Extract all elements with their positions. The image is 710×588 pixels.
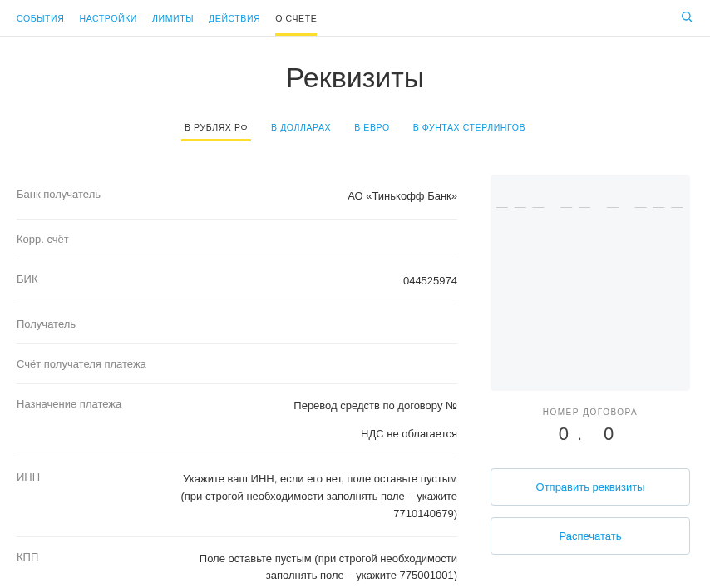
currency-tab-rub[interactable]: В РУБЛЯХ РФ xyxy=(181,114,251,141)
svg-line-1 xyxy=(689,19,692,22)
row-payment-purpose: Назначение платежа Перевод средств по до… xyxy=(17,384,457,458)
top-nav: СОБЫТИЯ НАСТРОЙКИ ЛИМИТЫ ДЕЙСТВИЯ О СЧЕТ… xyxy=(0,0,710,37)
payment-purpose-line2: НДС не облагается xyxy=(166,426,457,443)
currency-tab-gbp[interactable]: В ФУНТАХ СТЕРЛИНГОВ xyxy=(410,114,529,141)
send-requisites-button[interactable]: Отправить реквизиты xyxy=(491,468,690,506)
currency-tab-usd[interactable]: В ДОЛЛАРАХ xyxy=(268,114,334,141)
payment-purpose-line1: Перевод средств по договору № xyxy=(166,398,457,415)
row-recipient: Получатель xyxy=(17,304,457,344)
value-bik: 044525974 xyxy=(166,273,457,290)
value-kpp: Поле оставьте пустым (при строгой необхо… xyxy=(166,551,457,586)
top-nav-tabs: СОБЫТИЯ НАСТРОЙКИ ЛИМИТЫ ДЕЙСТВИЯ О СЧЕТ… xyxy=(17,2,317,35)
currency-tabs: В РУБЛЯХ РФ В ДОЛЛАРАХ В ЕВРО В ФУНТАХ С… xyxy=(0,114,710,141)
row-recipient-account: Счёт получателя платежа xyxy=(17,344,457,384)
label-corr-account: Корр. счёт xyxy=(17,233,166,245)
contract-number: 0. 0 xyxy=(559,423,623,445)
currency-tab-eur[interactable]: В ЕВРО xyxy=(351,114,392,141)
page-title: Реквизиты xyxy=(0,62,710,94)
sidebar: — — — — — — — — — НОМЕР ДОГОВОРА 0. 0 От… xyxy=(491,175,690,588)
tab-limits[interactable]: ЛИМИТЫ xyxy=(152,2,194,35)
row-bik: БИК 044525974 xyxy=(17,259,457,304)
label-recipient: Получатель xyxy=(17,318,166,330)
value-payment-purpose: Перевод средств по договору № НДС не обл… xyxy=(166,398,457,444)
print-button[interactable]: Распечатать xyxy=(491,517,690,555)
label-inn: ИНН xyxy=(17,471,166,483)
label-payment-purpose: Назначение платежа xyxy=(17,398,166,410)
label-bank-recipient: Банк получатель xyxy=(17,188,166,200)
tab-settings[interactable]: НАСТРОЙКИ xyxy=(79,2,137,35)
label-kpp: КПП xyxy=(17,551,166,563)
tab-events[interactable]: СОБЫТИЯ xyxy=(17,2,64,35)
details-table: Банк получатель АО «Тинькофф Банк» Корр.… xyxy=(17,175,457,588)
row-inn: ИНН Укажите ваш ИНН, если его нет, поле … xyxy=(17,457,457,536)
row-bank-recipient: Банк получатель АО «Тинькофф Банк» xyxy=(17,175,457,220)
row-corr-account: Корр. счёт xyxy=(17,220,457,259)
value-bank-recipient: АО «Тинькофф Банк» xyxy=(166,188,457,205)
card-preview-placeholder: — — — — — — — — — xyxy=(496,200,684,391)
content-area: Банк получатель АО «Тинькофф Банк» Корр.… xyxy=(0,175,710,588)
label-recipient-account: Счёт получателя платежа xyxy=(17,358,166,370)
row-kpp: КПП Поле оставьте пустым (при строгой не… xyxy=(17,537,457,588)
svg-point-0 xyxy=(683,12,690,19)
tab-actions[interactable]: ДЕЙСТВИЯ xyxy=(209,2,260,35)
label-bik: БИК xyxy=(17,273,166,285)
value-inn: Укажите ваш ИНН, если его нет, поле оста… xyxy=(166,471,457,522)
search-icon[interactable] xyxy=(680,10,693,27)
tab-about-account[interactable]: О СЧЕТЕ xyxy=(275,2,317,35)
contract-label: НОМЕР ДОГОВОРА xyxy=(543,408,638,417)
card-preview: — — — — — — — — — xyxy=(491,175,690,391)
